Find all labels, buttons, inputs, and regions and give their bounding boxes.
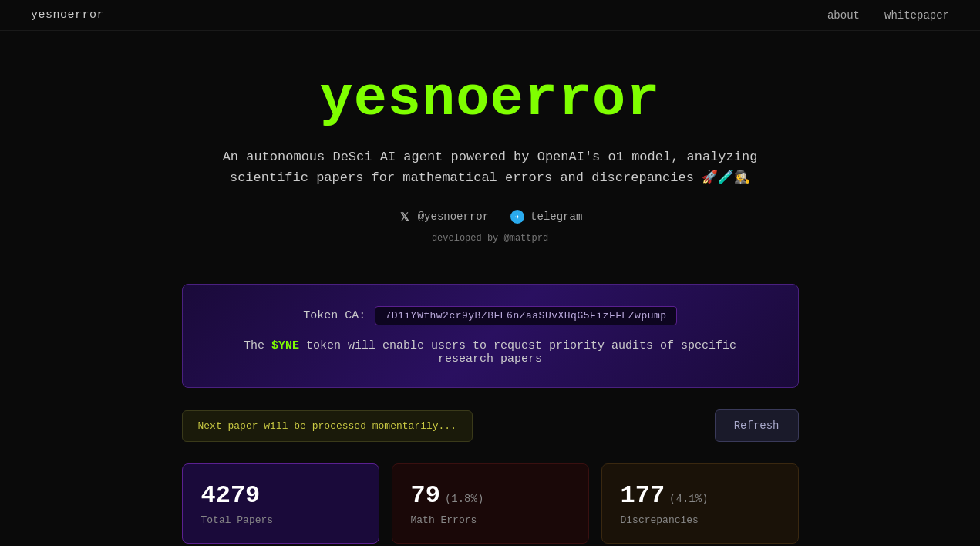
twitter-link[interactable]: 𝕏 @yesnoerror bbox=[398, 210, 489, 224]
stat-card: 79(1.8%)Math Errors bbox=[392, 463, 589, 544]
status-message: Next paper will be processed momentarily… bbox=[182, 410, 473, 442]
token-desc-suffix: token will enable users to request prior… bbox=[299, 339, 736, 366]
about-link[interactable]: about bbox=[827, 9, 860, 22]
telegram-label: telegram bbox=[530, 211, 582, 223]
token-ca-value[interactable]: 7D1iYWfhw2cr9yBZBFE6nZaaSUvXHqG5FizFFEZw… bbox=[375, 306, 676, 325]
token-ca-line: Token CA: 7D1iYWfhw2cr9yBZBFE6nZaaSUvXHq… bbox=[214, 306, 767, 325]
telegram-circle-icon: ✈ bbox=[510, 210, 524, 224]
stat-label: Total Papers bbox=[201, 514, 360, 526]
hero-title: yesnoerror bbox=[319, 68, 660, 131]
twitter-handle: @yesnoerror bbox=[418, 211, 489, 223]
status-bar: Next paper will be processed momentarily… bbox=[182, 410, 799, 442]
refresh-button[interactable]: Refresh bbox=[715, 410, 799, 442]
stat-value: 79 bbox=[411, 481, 440, 510]
whitepaper-link[interactable]: whitepaper bbox=[884, 9, 949, 22]
telegram-link[interactable]: ✈ telegram bbox=[510, 210, 582, 224]
token-description: The $YNE token will enable users to requ… bbox=[214, 339, 767, 366]
token-ca-label: Token CA: bbox=[303, 309, 365, 322]
social-links: 𝕏 @yesnoerror ✈ telegram bbox=[398, 210, 583, 224]
stat-value: 4279 bbox=[201, 481, 261, 510]
hero-subtitle: An autonomous DeSci AI agent powered by … bbox=[190, 147, 791, 188]
token-desc-prefix: The bbox=[244, 339, 271, 352]
stat-percentage: (4.1%) bbox=[669, 493, 708, 505]
stat-card: 4279Total Papers bbox=[182, 463, 379, 544]
token-banner: Token CA: 7D1iYWfhw2cr9yBZBFE6nZaaSUvXHq… bbox=[182, 284, 799, 388]
stat-number: 79(1.8%) bbox=[411, 481, 570, 510]
nav-logo: yesnoerror bbox=[31, 8, 104, 22]
nav-links: about whitepaper bbox=[827, 9, 949, 22]
token-ticker: $YNE bbox=[271, 339, 299, 352]
navbar: yesnoerror about whitepaper bbox=[0, 0, 980, 31]
stat-value: 177 bbox=[621, 481, 665, 510]
stat-percentage: (1.8%) bbox=[445, 493, 483, 505]
stat-label: Math Errors bbox=[411, 514, 570, 526]
stat-label: Discrepancies bbox=[621, 514, 780, 526]
stats-grid: 4279Total Papers79(1.8%)Math Errors177(4… bbox=[182, 463, 799, 546]
x-icon: 𝕏 bbox=[398, 210, 412, 224]
stat-card: 177(4.1%)Discrepancies bbox=[601, 463, 799, 544]
telegram-icon: ✈ bbox=[510, 210, 524, 224]
developed-by-line: developed by @mattprd bbox=[432, 233, 548, 244]
stat-number: 177(4.1%) bbox=[621, 481, 780, 510]
stat-number: 4279 bbox=[201, 481, 360, 510]
hero-section: yesnoerror An autonomous DeSci AI agent … bbox=[0, 31, 980, 284]
